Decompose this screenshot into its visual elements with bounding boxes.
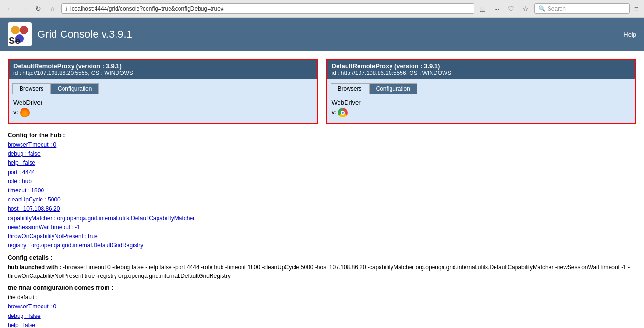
proxy1-webdriver-label: WebDriver [13, 99, 313, 106]
header-title: Grid Console v.3.9.1 [37, 28, 132, 41]
proxy1-header: DefaultRemoteProxy (version : 3.9.1) id … [9, 60, 317, 79]
proxy1-id: id : http://107.108.86.20:5555, OS : WIN… [13, 70, 313, 76]
default-line-2: help : false [8, 321, 636, 328]
config-line-7: host : 107.108.86.20 [8, 204, 636, 213]
proxy2-tabs: Browsers Configuration [327, 79, 636, 94]
menu-button[interactable]: ≡ [633, 4, 640, 13]
config-link-5[interactable]: timeout : 1800 [8, 187, 44, 194]
home-button[interactable]: ⌂ [47, 3, 58, 14]
hub-launched-label: hub launched with : -browserTimeout 0 -d… [8, 264, 630, 279]
config-link-8[interactable]: capabilityMatcher : org.openqa.grid.inte… [8, 215, 195, 222]
config-link-4[interactable]: role : hub [8, 178, 32, 185]
config-link-2[interactable]: help : false [8, 159, 35, 166]
config-link-10[interactable]: throwOnCapabilityNotPresent : true [8, 233, 98, 240]
proxy1-tab-config[interactable]: Configuration [51, 83, 99, 94]
search-box[interactable]: 🔍 Search [534, 3, 630, 14]
config-heading: Config for the hub : [8, 131, 636, 138]
default-lines: browserTimeout : 0 debug : false help : … [8, 302, 636, 328]
proxy-box-2: DefaultRemoteProxy (version : 3.9.1) id … [326, 59, 637, 124]
config-link-6[interactable]: cleanUpCycle : 5000 [8, 196, 61, 203]
config-line-3: port : 4444 [8, 168, 636, 177]
proxy1-browser-v: v: [13, 108, 313, 117]
final-config-label: the final configuration comes from : [8, 284, 636, 291]
config-line-4: role : hub [8, 177, 636, 186]
address-bar[interactable]: ℹ localhost:4444/grid/console?config=tru… [61, 3, 474, 14]
chrome-inner-circle [341, 111, 345, 115]
more-tools-button[interactable]: ··· [491, 3, 503, 14]
refresh-button[interactable]: ↻ [32, 3, 44, 14]
browser-chrome: ← → ↻ ⌂ ℹ localhost:4444/grid/console?co… [0, 0, 644, 18]
header: Se Grid Console v.3.9.1 Help [0, 18, 644, 51]
proxy2-body: WebDriver v: [327, 94, 636, 123]
proxy2-tab-config[interactable]: Configuration [369, 83, 417, 94]
proxy2-title: DefaultRemoteProxy (version : 3.9.1) [332, 63, 631, 70]
bookmark-button[interactable]: ♡ [506, 3, 517, 14]
back-button[interactable]: ← [4, 3, 15, 14]
header-help-link[interactable]: Help [623, 31, 636, 38]
proxy-row: DefaultRemoteProxy (version : 3.9.1) id … [8, 59, 636, 124]
proxy1-tab-browsers[interactable]: Browsers [12, 83, 51, 94]
proxy1-body: WebDriver v: [9, 94, 317, 123]
forward-button[interactable]: → [18, 3, 30, 14]
proxy2-header: DefaultRemoteProxy (version : 3.9.1) id … [327, 60, 636, 79]
circle-red [20, 26, 28, 34]
search-icon: 🔍 [538, 5, 546, 12]
config-link-0[interactable]: browserTimeout : 0 [8, 141, 56, 148]
default-line-1: debug : false [8, 312, 636, 321]
search-placeholder: Search [548, 5, 566, 12]
config-section: Config for the hub : browserTimeout : 0 … [8, 131, 636, 328]
proxy2-v-label: v: [332, 108, 337, 116]
default-link-2[interactable]: help : false [8, 322, 35, 328]
browser-toolbar: ← → ↻ ⌂ ℹ localhost:4444/grid/console?co… [0, 0, 644, 17]
config-line-9: newSessionWaitTimeout : -1 [8, 223, 636, 232]
default-link-0[interactable]: browserTimeout : 0 [8, 303, 56, 310]
proxy2-webdriver-label: WebDriver [332, 99, 631, 106]
selenium-logo: Se [8, 22, 32, 46]
config-link-1[interactable]: debug : false [8, 150, 41, 157]
default-link-1[interactable]: debug : false [8, 313, 41, 319]
config-lines: browserTimeout : 0 debug : false help : … [8, 140, 636, 250]
config-link-3[interactable]: port : 4444 [8, 169, 35, 176]
star-button[interactable]: ☆ [520, 3, 531, 14]
config-link-11[interactable]: registry : org.openqa.grid.internal.Defa… [8, 242, 143, 249]
circle-orange [11, 26, 20, 34]
config-details-text: hub launched with : -browserTimeout 0 -d… [8, 263, 636, 280]
config-line-11: registry : org.openqa.grid.internal.Defa… [8, 241, 636, 250]
proxy2-chrome-icon [338, 108, 348, 117]
config-details-heading: Config details : [8, 254, 636, 261]
config-line-5: timeout : 1800 [8, 186, 636, 195]
config-line-0: browserTimeout : 0 [8, 140, 636, 149]
default-line-0: browserTimeout : 0 [8, 302, 636, 311]
header-left: Se Grid Console v.3.9.1 [8, 22, 132, 46]
config-line-2: help : false [8, 159, 636, 168]
proxy1-v-label: v: [13, 108, 18, 116]
reader-view-button[interactable]: ▤ [477, 3, 488, 14]
proxy1-title: DefaultRemoteProxy (version : 3.9.1) [13, 63, 313, 70]
security-icon: ℹ [65, 6, 67, 12]
config-line-8: capabilityMatcher : org.openqa.grid.inte… [8, 214, 636, 223]
proxy2-browser-v: v: [332, 108, 631, 117]
proxy2-tab-browsers[interactable]: Browsers [331, 83, 369, 94]
config-line-1: debug : false [8, 149, 636, 159]
config-link-9[interactable]: newSessionWaitTimeout : -1 [8, 224, 80, 231]
config-link-7[interactable]: host : 107.108.86.20 [8, 205, 60, 212]
proxy1-firefox-icon [20, 108, 30, 117]
se-letter: Se [9, 35, 20, 46]
address-text: localhost:4444/grid/console?config=true&… [70, 5, 470, 12]
toolbar-right: ▤ ··· ♡ ☆ 🔍 Search ≡ [477, 3, 640, 14]
proxy1-tabs: Browsers Configuration [9, 79, 317, 94]
proxy2-id: id : http://107.108.86.20:5556, OS : WIN… [332, 70, 631, 76]
proxy-box-1: DefaultRemoteProxy (version : 3.9.1) id … [8, 59, 318, 124]
config-line-10: throwOnCapabilityNotPresent : true [8, 232, 636, 241]
page-content: Se Grid Console v.3.9.1 Help DefaultRemo… [0, 18, 644, 328]
main-content: DefaultRemoteProxy (version : 3.9.1) id … [0, 51, 644, 328]
default-label: the default : [8, 293, 636, 302]
config-line-6: cleanUpCycle : 5000 [8, 195, 636, 204]
